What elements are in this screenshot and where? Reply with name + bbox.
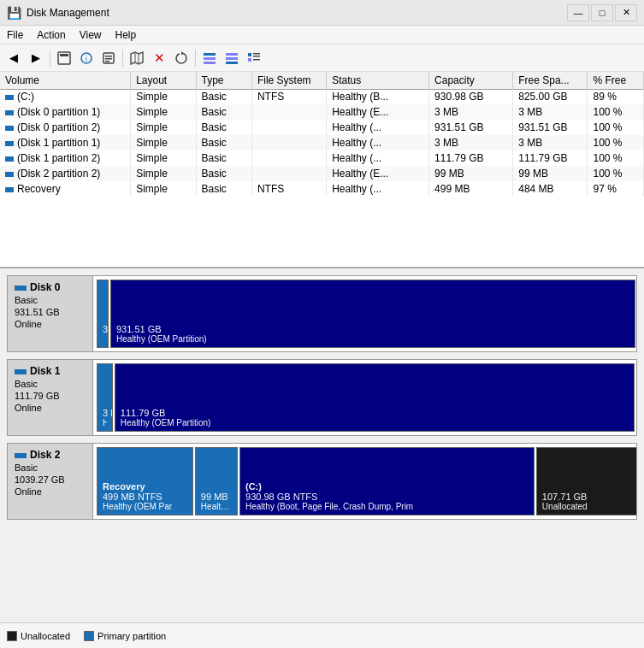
partition-size: 99 MB [201,492,232,502]
svg-rect-13 [204,57,216,60]
toolbar-btn-2[interactable]: i [76,48,97,68]
toolbar-btn-down[interactable] [222,48,242,68]
toolbar-separator-2 [122,50,123,67]
cell-volume: (Disk 1 partition 2) [0,150,131,166]
svg-rect-16 [226,57,238,60]
cell-pctfree: 100 % [588,150,644,166]
drive-icon [5,172,14,177]
table-row[interactable]: Recovery Simple Basic NTFS Healthy (... … [0,181,644,197]
cell-pctfree: 100 % [588,135,644,150]
disk-row-1: Disk 1 Basic 111.79 GB Online 3 MBHealtl… [7,359,637,436]
cell-status: Healthy (E... [327,166,429,181]
cell-fs [251,120,326,135]
cell-capacity: 499 MB [429,181,513,197]
cell-volume: Recovery [0,181,131,197]
toolbar-btn-delete[interactable]: ✕ [149,48,169,68]
table-row[interactable]: (Disk 1 partition 2) Simple Basic Health… [0,150,644,166]
menu-view[interactable]: View [73,27,109,43]
legend-primary-label: Primary partition [97,631,166,641]
partition-2-0[interactable]: Recovery499 MB NTFSHealthy (OEM Par [97,447,193,515]
partition-0-0[interactable]: 3 MBHealtl [97,280,109,348]
partition-name: (C:) [245,481,529,492]
disk-partitions-1: 3 MBHealtl111.79 GBHealthy (OEM Partitio… [93,360,636,435]
menu-file[interactable]: File [0,27,30,43]
disk-name: Disk 1 [15,365,86,377]
partition-status: Healthy (OEM Par [103,502,187,511]
partition-2-3[interactable]: 107.71 GBUnallocated [536,447,636,515]
col-freespace: Free Spa... [513,72,588,89]
toolbar-separator-3 [195,50,196,67]
drive-icon [5,156,14,162]
back-button[interactable]: ◀ [3,48,24,68]
maximize-button[interactable]: □ [591,4,613,21]
svg-rect-17 [226,62,238,64]
cell-type: Basic [196,104,251,120]
toolbar-btn-map[interactable] [127,48,147,68]
disk-label-1: Disk 1 Basic 111.79 GB Online [8,360,93,435]
partition-1-1[interactable]: 111.79 GBHealthy (OEM Partition) [115,363,635,432]
status-bar: Unallocated Primary partition [0,622,644,648]
disk-name: Disk 2 [15,449,86,461]
legend-unallocated-label: Unallocated [21,631,70,641]
cell-fs [251,135,326,150]
disk-status: Online [15,403,86,413]
partition-0-1[interactable]: 931.51 GBHealthy (OEM Partition) [110,280,635,348]
toolbar-btn-refresh[interactable] [171,48,192,68]
toolbar-btn-list[interactable] [244,48,264,68]
svg-marker-8 [131,52,143,64]
cell-capacity: 931.51 GB [429,120,513,135]
partition-status: Healthy (OEM Partition) [121,418,629,427]
cell-volume: (Disk 1 partition 1) [0,135,131,150]
table-row[interactable]: (C:) Simple Basic NTFS Healthy (B... 930… [0,89,644,104]
minimize-button[interactable]: — [567,4,589,21]
col-status: Status [327,72,429,89]
table-row[interactable]: (Disk 1 partition 1) Simple Basic Health… [0,135,644,150]
cell-pctfree: 100 % [588,120,644,135]
partition-status: Healthy (Boot, Page File, Crash Dump, Pr… [245,502,529,511]
cell-status: Healthy (... [327,135,429,150]
app-icon: 💾 [7,6,21,20]
partition-2-2[interactable]: (C:)930.98 GB NTFSHealthy (Boot, Page Fi… [239,447,535,515]
cell-layout: Simple [131,166,196,181]
cell-layout: Simple [131,135,196,150]
partition-size: 931.51 GB [116,324,629,334]
main-content: Volume Layout Type File System Status Ca… [0,72,644,648]
toolbar-separator-1 [50,50,50,67]
cell-status: Healthy (B... [327,89,429,104]
cell-layout: Simple [131,181,196,197]
table-area: Volume Layout Type File System Status Ca… [0,72,644,268]
cell-pctfree: 89 % [588,89,644,104]
toolbar-btn-1[interactable] [54,48,74,68]
cell-capacity: 111.79 GB [429,150,513,166]
svg-rect-18 [248,53,251,56]
cell-status: Healthy (... [327,120,429,135]
cell-layout: Simple [131,120,196,135]
partition-2-1[interactable]: 99 MBHealthy (EFI [195,447,238,515]
menu-action[interactable]: Action [30,27,72,43]
table-row[interactable]: (Disk 2 partition 2) Simple Basic Health… [0,166,644,181]
cell-freespace: 99 MB [513,166,588,181]
partition-1-0[interactable]: 3 MBHealtl [97,363,113,432]
partition-status: Healthy (EFI [201,502,232,511]
toolbar-btn-3[interactable] [98,48,119,68]
cell-status: Healthy (... [327,181,429,197]
cell-fs: NTFS [251,89,326,104]
table-row[interactable]: (Disk 0 partition 2) Simple Basic Health… [0,120,644,135]
cell-capacity: 3 MB [429,135,513,150]
cell-capacity: 930.98 GB [429,89,513,104]
disk-type: Basic [15,462,86,473]
forward-button[interactable]: ▶ [26,48,46,68]
volume-table: Volume Layout Type File System Status Ca… [0,72,644,197]
menu-help[interactable]: Help [109,27,144,43]
disk-size: 111.79 GB [15,391,86,401]
cell-type: Basic [196,120,251,135]
col-fs: File System [251,72,326,89]
svg-rect-22 [253,59,260,61]
close-button[interactable]: ✕ [615,4,637,21]
table-row[interactable]: (Disk 0 partition 1) Simple Basic Health… [0,104,644,120]
toolbar-btn-up[interactable] [199,48,220,68]
svg-rect-5 [105,56,112,57]
drive-icon [5,126,14,131]
disk-label-0: Disk 0 Basic 931.51 GB Online [8,276,93,351]
partition-size: 499 MB NTFS [103,492,187,502]
